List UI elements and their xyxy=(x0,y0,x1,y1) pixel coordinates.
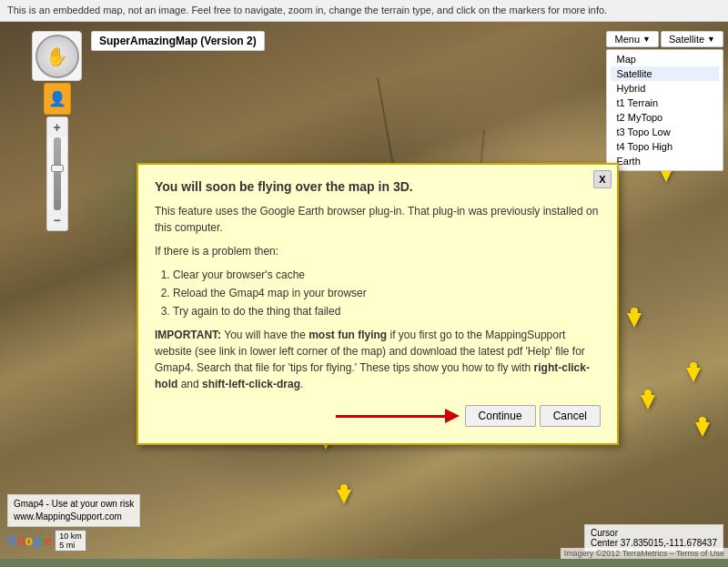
flying-dialog: X You will soon be flying over the map i… xyxy=(136,163,619,445)
dialog-step-1: Clear your browser's cache xyxy=(173,267,601,283)
dialog-body: This feature uses the Google Earth brows… xyxy=(155,203,601,392)
dialog-para1: This feature uses the Google Earth brows… xyxy=(155,203,601,236)
important-label: IMPORTANT: xyxy=(155,329,221,341)
dialog-steps: Clear your browser's cache Reload the Gm… xyxy=(173,267,601,319)
dialog-important: IMPORTANT: You will have the most fun fl… xyxy=(155,327,601,392)
top-bar: This is an embedded map, not an image. F… xyxy=(0,0,728,22)
dialog-step-3: Try again to do the thing that failed xyxy=(173,303,601,319)
red-arrow xyxy=(336,415,445,418)
dialog-problem: If there is a problem then: xyxy=(155,243,601,259)
dialog-close-button[interactable]: X xyxy=(593,170,612,188)
top-bar-message: This is an embedded map, not an image. F… xyxy=(7,5,607,15)
dialog-buttons: Continue Cancel xyxy=(465,405,601,427)
dialog-overlay: X You will soon be flying over the map i… xyxy=(0,22,728,559)
most-fun-text: most fun flying xyxy=(308,329,387,341)
continue-button[interactable]: Continue xyxy=(465,405,536,427)
cancel-button[interactable]: Cancel xyxy=(540,405,601,427)
dialog-step-2: Reload the Gmap4 map in your browser xyxy=(173,285,601,301)
shift-click-text: shift-left-click-drag xyxy=(202,378,300,390)
map-container: SuperAmazingMap (Version 2) 👤 + − Menu ▼… xyxy=(0,22,728,559)
dialog-footer: Continue Cancel xyxy=(155,405,601,427)
arrow-container xyxy=(155,409,460,423)
dialog-title: You will soon be flying over the map in … xyxy=(155,179,601,194)
arrow-head xyxy=(445,409,460,423)
